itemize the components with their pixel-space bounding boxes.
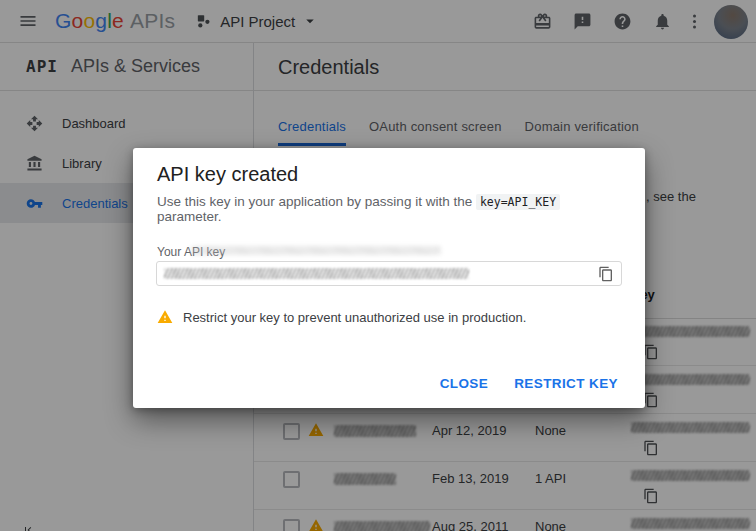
dialog-body-prefix: Use this key in your application by pass… [157,194,476,209]
dialog-actions: CLOSERESTRICT KEY [427,366,631,401]
dialog-body-suffix: parameter. [157,209,222,224]
api-key-field[interactable] [156,261,622,286]
restrict-key-button[interactable]: RESTRICT KEY [501,366,631,401]
close-button[interactable]: CLOSE [427,366,502,401]
warning-icon [157,309,173,325]
dialog-body: Use this key in your application by pass… [157,194,627,224]
dialog-title: API key created [157,163,298,186]
api-key-parameter-chip: key=API_KEY [476,194,560,210]
dialog-warning-text: Restrict your key to prevent unauthorize… [183,310,526,325]
redacted-api-key-value [164,268,469,279]
api-key-created-dialog: API key created Use this key in your app… [133,148,645,408]
dialog-warning: Restrict your key to prevent unauthorize… [157,309,526,325]
redaction-smudge [191,246,441,255]
copy-api-key-button[interactable] [598,266,614,282]
copy-icon [598,266,614,282]
